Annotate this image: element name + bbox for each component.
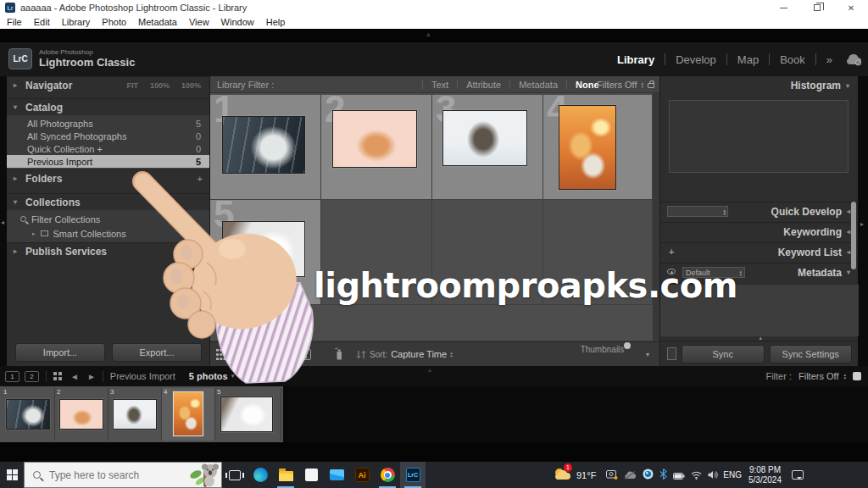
loupe-view-icon[interactable]	[236, 349, 250, 360]
weather-widget[interactable]: 1 91°F	[553, 467, 596, 484]
snip-tool-tray-icon[interactable]	[606, 468, 618, 483]
zoom-100-2[interactable]: 100%	[181, 81, 201, 90]
left-panel-collapse-strip[interactable]	[0, 76, 7, 366]
module-overflow-chevrons[interactable]: »	[816, 53, 843, 66]
restore-button[interactable]	[800, 0, 834, 15]
grid-cell-3[interactable]: 3	[432, 95, 543, 200]
keywording-section-header[interactable]: Keywording	[660, 222, 859, 241]
main-window-button[interactable]: 1	[5, 371, 19, 382]
task-view-button[interactable]	[222, 462, 248, 488]
action-center-icon[interactable]	[792, 470, 804, 480]
minimize-button[interactable]	[766, 0, 800, 15]
lightroom-taskbar-button[interactable]: LrC	[400, 462, 426, 488]
photo-tabby-kitten[interactable]	[442, 110, 527, 166]
filmstrip-filter-toggle[interactable]	[853, 372, 861, 380]
filmstrip-filter-dropdown[interactable]: Filters Off	[798, 371, 846, 381]
grid-view-shortcut-icon[interactable]	[53, 372, 62, 380]
sync-lock-chip-icon[interactable]	[667, 347, 676, 360]
collections-section-header[interactable]: Collections	[7, 193, 209, 210]
search-highlight-koala-image[interactable]	[189, 463, 221, 487]
thumb-photo-white-cat-window[interactable]	[6, 399, 50, 430]
photo-white-cat[interactable]	[222, 221, 305, 277]
eye-app-tray-icon[interactable]	[643, 468, 654, 483]
filmstrip-thumb-5[interactable]: 5	[215, 388, 281, 441]
thumb-photo-two-cats[interactable]	[220, 396, 273, 432]
publish-services-section-header[interactable]: Publish Services	[7, 242, 209, 259]
catalog-item-previous-import[interactable]: Previous Import 5	[7, 155, 209, 168]
filter-attribute-tab[interactable]: Attribute	[458, 80, 509, 90]
navigator-section-header[interactable]: Navigator FIT 100% 100%	[7, 76, 209, 93]
menu-view[interactable]: View	[189, 17, 209, 27]
module-tab-map[interactable]: Map	[727, 53, 769, 66]
zoom-fit[interactable]: FIT	[126, 81, 138, 90]
grid-view-icon[interactable]	[216, 349, 230, 360]
cloud-sync-paused-icon[interactable]	[844, 53, 863, 69]
sync-button[interactable]: Sync	[682, 345, 765, 363]
illustrator-taskbar-button[interactable]: Ai	[349, 462, 375, 488]
grid-cell-5[interactable]: 5	[210, 200, 321, 305]
compare-view-icon[interactable]	[256, 349, 270, 360]
folders-section-header[interactable]: Folders +	[7, 169, 209, 186]
menu-metadata[interactable]: Metadata	[138, 17, 177, 27]
collapse-filmstrip-arrow-icon[interactable]	[428, 366, 431, 374]
menu-photo[interactable]: Photo	[102, 17, 126, 27]
onedrive-paused-tray-icon[interactable]	[624, 468, 637, 483]
add-folder-button[interactable]: +	[198, 174, 203, 184]
menu-edit[interactable]: Edit	[34, 17, 50, 27]
filter-preset-dropdown[interactable]: Filters Off	[597, 80, 637, 90]
second-window-button[interactable]: 2	[25, 371, 39, 382]
bluetooth-tray-icon[interactable]	[659, 468, 667, 483]
filter-lock-icon[interactable]	[648, 83, 654, 88]
photo-white-cat-window[interactable]	[222, 116, 305, 174]
thumbnail-slider-knob[interactable]	[624, 342, 631, 349]
right-panel-collapse-strip[interactable]	[858, 76, 868, 366]
smart-collections-row[interactable]: Smart Collections	[7, 226, 209, 241]
keyword-list-section-header[interactable]: + Keyword List	[660, 242, 859, 261]
painter-spray-can-icon[interactable]	[335, 347, 343, 361]
survey-view-icon[interactable]	[276, 349, 291, 360]
import-button[interactable]: Import...	[15, 343, 105, 362]
quick-develop-section-header[interactable]: Quick Develop	[660, 202, 859, 220]
menu-file[interactable]: File	[7, 17, 22, 27]
filmstrip-photo-count-dropdown[interactable]: 5 photos	[189, 371, 228, 381]
grid-cell-4[interactable]: 4	[543, 95, 653, 200]
sort-control[interactable]: Sort: Capture Time	[356, 349, 453, 359]
collapse-top-panel-arrow-icon[interactable]	[426, 30, 431, 38]
catalog-item-quick-collection[interactable]: Quick Collection + 0	[7, 142, 209, 155]
filter-collections-row[interactable]: Filter Collections	[7, 212, 209, 226]
people-view-icon[interactable]	[297, 349, 311, 360]
clock[interactable]: 9:08 PM 5/3/2024	[748, 465, 782, 485]
sync-settings-button[interactable]: Sync Settings	[770, 345, 853, 363]
photo-orange-kitten-pink[interactable]	[332, 110, 417, 168]
taskbar-search-box[interactable]	[24, 462, 222, 488]
filmstrip-thumb-3[interactable]: 3	[108, 388, 162, 441]
catalog-item-all-synced[interactable]: All Synced Photographs 0	[7, 130, 209, 142]
next-photo-arrow-icon[interactable]: ►	[87, 372, 96, 381]
filmstrip-thumb-1[interactable]: 1	[2, 388, 55, 441]
module-tab-book[interactable]: Book	[770, 53, 815, 66]
module-tab-develop[interactable]: Develop	[665, 53, 726, 66]
grid-cell-1[interactable]: 1	[210, 95, 321, 200]
chrome-taskbar-button[interactable]	[375, 462, 400, 488]
thumb-photo-two-kittens-sunset[interactable]	[173, 391, 203, 436]
grid-cell-2[interactable]: 2	[321, 95, 432, 200]
file-explorer-taskbar-button[interactable]	[273, 462, 298, 488]
sort-value-dropdown[interactable]: Capture Time	[391, 349, 447, 359]
histogram-section-header[interactable]: Histogram	[660, 76, 858, 95]
filmstrip-thumb-4[interactable]: 4	[162, 388, 215, 441]
stepper-icon[interactable]	[641, 81, 643, 88]
catalog-item-all-photographs[interactable]: All Photographs 5	[7, 117, 209, 130]
menu-window[interactable]: Window	[221, 17, 254, 27]
close-button[interactable]	[834, 0, 868, 15]
add-keyword-button[interactable]: +	[669, 247, 674, 257]
start-button[interactable]	[0, 462, 24, 488]
menu-library[interactable]: Library	[62, 17, 91, 27]
search-input[interactable]	[47, 469, 175, 482]
thumb-photo-tabby-kitten[interactable]	[113, 399, 157, 430]
photo-two-kittens-sunset[interactable]	[559, 105, 616, 190]
edge-taskbar-button[interactable]	[248, 462, 273, 488]
filmstrip-source-label[interactable]: Previous Import	[110, 371, 175, 381]
battery-tray-icon[interactable]	[673, 468, 685, 483]
module-tab-library[interactable]: Library	[607, 53, 665, 66]
volume-tray-icon[interactable]	[708, 468, 718, 483]
